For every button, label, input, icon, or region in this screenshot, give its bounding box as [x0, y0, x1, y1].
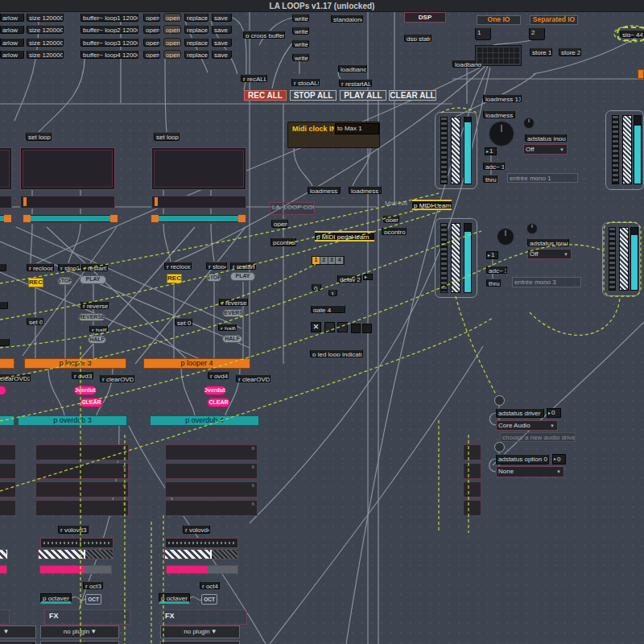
pink-pill-partial-left[interactable]: [0, 386, 6, 395]
input-1-menu[interactable]: Off▼: [523, 144, 568, 155]
buffer-loop4-object[interactable]: buffer~ loop4 120000: [80, 50, 138, 59]
standalone-object[interactable]: standalone: [331, 14, 363, 23]
size-message-4[interactable]: size 120000: [27, 50, 64, 59]
matrix-cell[interactable]: [504, 53, 509, 58]
matrix-cell[interactable]: [499, 47, 504, 52]
multislider-4[interactable]: [165, 538, 238, 548]
matrix-cell[interactable]: [514, 59, 519, 64]
r-ovd4-object[interactable]: r ovd4: [208, 371, 229, 379]
p-looper-partial-left[interactable]: [0, 358, 14, 369]
r-clearovd2-object-partial[interactable]: r clearOVD2: [0, 374, 31, 382]
range-slider-loop3[interactable]: [23, 214, 118, 223]
oct-button-4[interactable]: OCT: [201, 594, 217, 605]
multislider-3[interactable]: [40, 538, 114, 548]
gain-slider-c[interactable]: [622, 115, 632, 184]
buffer-loop2-object[interactable]: buffer~ loop2 120000: [80, 25, 138, 34]
matrix-cell[interactable]: [488, 53, 493, 58]
reverse-button-3[interactable]: REVERSE: [78, 313, 105, 321]
r-stop4-object[interactable]: r stop4: [206, 262, 227, 270]
clear-button-4[interactable]: CLEAR: [207, 398, 230, 407]
plugin-menu-3b[interactable]: no plugin▼: [40, 641, 119, 644]
set-loop3-message[interactable]: set loop3: [26, 132, 52, 141]
open-message-2b[interactable]: open: [163, 25, 181, 34]
matrix-cell[interactable]: [510, 59, 514, 64]
rec-all-button[interactable]: REC ALL: [244, 90, 287, 101]
gain-hatch-partial-left[interactable]: [0, 549, 8, 559]
toggle-small-4[interactable]: [362, 324, 372, 333]
r-stop3-object[interactable]: r stop3: [58, 263, 80, 271]
set-loop4-message[interactable]: set loop4: [154, 132, 180, 141]
replace-message-1[interactable]: replace: [184, 13, 208, 22]
write-message-4[interactable]: write: [292, 53, 309, 61]
save-message-2[interactable]: save: [212, 25, 232, 34]
open-message-4a[interactable]: open: [143, 50, 160, 59]
replace-message-4[interactable]: replace: [184, 50, 208, 59]
barlow-object-4[interactable]: arlow: [0, 50, 24, 59]
p-octaver-3-object[interactable]: p octaver: [40, 593, 72, 604]
matrix-cell[interactable]: [483, 59, 488, 64]
delay-2-object[interactable]: delay 2: [337, 275, 361, 283]
option-numbox[interactable]: ▸0: [552, 454, 566, 464]
small-knob-1[interactable]: [523, 118, 535, 129]
save-message-4[interactable]: save: [212, 50, 232, 59]
r-volovd4-object[interactable]: r volovd4: [183, 525, 210, 534]
p-midi-learn-object[interactable]: p MIDI Learn: [412, 200, 452, 210]
r-recall-object[interactable]: r recALL: [241, 74, 267, 82]
zero-message[interactable]: 0: [312, 283, 321, 291]
stop-all-button[interactable]: STOP ALL: [290, 90, 336, 101]
r-half4-object[interactable]: r half4: [218, 324, 237, 331]
barlow-object-3[interactable]: arlow: [0, 38, 24, 47]
size-message-3[interactable]: size 120000: [27, 38, 64, 47]
open-message-right[interactable]: open: [383, 215, 399, 223]
half-button-4[interactable]: HALF: [222, 335, 242, 343]
stop-button-4[interactable]: STOP: [206, 274, 221, 282]
level-slider-a[interactable]: [464, 117, 472, 184]
loop-tab-2[interactable]: 2: [320, 257, 328, 264]
stop-button-3[interactable]: STOP: [57, 277, 72, 285]
rec-button-4[interactable]: REC: [167, 274, 182, 283]
loadbang-object-mid[interactable]: loadbang: [338, 64, 367, 72]
matrix-cell[interactable]: [514, 53, 519, 58]
matrix-cell[interactable]: [514, 47, 519, 52]
r-restartall-object[interactable]: r restartALL: [339, 79, 372, 87]
overdub-button-4[interactable]: Overdub: [204, 386, 226, 395]
separated-io-button[interactable]: Separated IO: [530, 15, 578, 25]
store-1-message[interactable]: store 1: [530, 47, 552, 56]
reverse-button-4[interactable]: REVERSE: [222, 309, 245, 317]
matrix-cell[interactable]: [477, 47, 482, 52]
adstatus-input-1-object[interactable]: adstatus input 1: [525, 134, 567, 142]
p-octaver-4-object[interactable]: p octaver: [159, 593, 190, 604]
level-slider-c[interactable]: [634, 115, 642, 184]
r-restart3-object[interactable]: r restart3: [81, 263, 108, 271]
toggle-small-1[interactable]: [324, 322, 335, 332]
gain-slider-d[interactable]: [619, 227, 629, 291]
numbox-input-1[interactable]: ▸1: [485, 147, 497, 155]
r-recloop3-object[interactable]: r recloop3: [27, 263, 54, 271]
r-stopall-object[interactable]: r stopALL: [291, 78, 320, 86]
thru-object-3[interactable]: thru: [486, 279, 501, 287]
matrix-cell[interactable]: [488, 59, 493, 64]
loadmess-135-object[interactable]: loadmess 135: [483, 94, 522, 102]
play-button-3[interactable]: PLAY: [80, 275, 106, 284]
write-message-3[interactable]: write: [292, 39, 309, 47]
loadmess-0-object[interactable]: loadmess 0: [349, 186, 382, 194]
matrix-cell[interactable]: [504, 47, 509, 52]
p-overdub-4[interactable]: p overdub 4: [150, 415, 259, 426]
p-looper-4[interactable]: p looper 4: [143, 358, 250, 369]
oct-button-3[interactable]: OCT: [85, 594, 101, 605]
thru-object-1[interactable]: thru: [483, 175, 497, 183]
volume-slider-3[interactable]: [39, 565, 112, 574]
replace-message-2[interactable]: replace: [184, 25, 208, 34]
range-slider-loop4[interactable]: [151, 214, 246, 223]
io-message-2[interactable]: 2: [529, 27, 545, 40]
pcontrol-object-left[interactable]: pcontrol: [270, 237, 296, 246]
gain-slider-b[interactable]: [451, 223, 460, 293]
volume-slider-4[interactable]: [166, 565, 238, 574]
delay-numbox[interactable]: ▸: [363, 274, 373, 280]
adstatus-input-3-object[interactable]: adstatus input 3: [527, 238, 569, 246]
p-overdub-partial-left[interactable]: [0, 415, 14, 426]
play-button-4[interactable]: PLAY: [230, 272, 255, 281]
matrix-cell[interactable]: [493, 59, 498, 64]
set-0-message-3[interactable]: set 0: [27, 317, 43, 325]
matrix-cell[interactable]: [493, 53, 498, 58]
